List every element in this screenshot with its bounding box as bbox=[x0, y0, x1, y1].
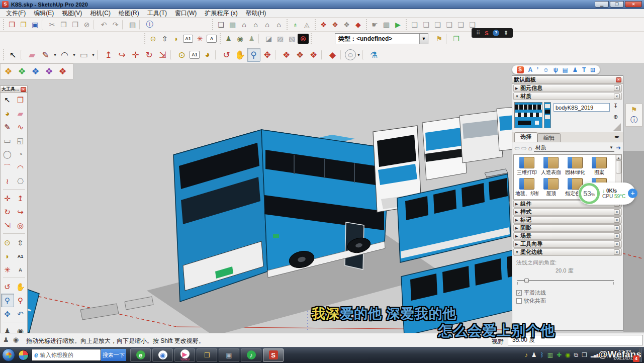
erase-button[interactable]: ⊘ bbox=[81, 19, 93, 30]
new-file-button[interactable]: ❒ bbox=[6, 19, 18, 30]
menu-item[interactable]: 帮助(H) bbox=[242, 9, 270, 18]
make-component-button[interactable]: ❒ bbox=[14, 93, 27, 107]
circle-button[interactable]: ◯ bbox=[1, 147, 14, 161]
zoom-window-button[interactable]: ⚲ bbox=[14, 294, 27, 307]
menu-item[interactable]: 视图(V) bbox=[58, 9, 86, 18]
expand-widget-button[interactable]: + bbox=[628, 189, 637, 198]
sketchup-logo-icon[interactable]: S bbox=[485, 30, 488, 36]
clipboard-icon[interactable]: ❒ bbox=[582, 351, 587, 358]
taskbar-app-circles-button[interactable]: ◉ bbox=[152, 348, 173, 362]
axes-button[interactable]: ✳ bbox=[1, 263, 14, 277]
section-close-button[interactable]: ✕ bbox=[614, 85, 620, 91]
section-entity-info[interactable]: ▶ 图元信息 ✕ bbox=[513, 84, 622, 92]
safety-icon[interactable]: ✚ bbox=[557, 351, 562, 358]
dropdown-caret-icon[interactable]: ▼ bbox=[419, 34, 428, 44]
rectangle-button[interactable]: ▭ bbox=[77, 48, 90, 62]
protractor-button[interactable]: ◗ bbox=[1, 249, 14, 263]
open-file-button[interactable]: ❐ bbox=[18, 19, 29, 30]
classification-type-dropdown[interactable]: 类型：<undefined> ▼ bbox=[335, 33, 428, 44]
outer-shell-button[interactable]: ❖ bbox=[2, 64, 15, 78]
cut-button[interactable]: ✂ bbox=[46, 19, 58, 30]
taskbar-360browser-button[interactable]: e bbox=[130, 348, 151, 362]
qq-tray-icon[interactable]: ♟ bbox=[531, 351, 537, 358]
menu-item[interactable]: 工具(T) bbox=[143, 9, 171, 18]
line-button[interactable]: ✎ bbox=[1, 120, 14, 134]
material-category-combobox[interactable]: 材质 ▼ bbox=[534, 144, 614, 152]
soften-coplanar-checkbox[interactable] bbox=[516, 298, 522, 304]
line-button[interactable]: ✎ bbox=[39, 48, 52, 62]
panel-section[interactable]: ▶ 样式 ✕ bbox=[513, 208, 622, 216]
angle-slider[interactable] bbox=[517, 278, 614, 283]
qq-music-tray-icon[interactable]: ♪ bbox=[525, 351, 528, 358]
curve-button[interactable]: ≀ bbox=[1, 174, 14, 188]
zoom-extents-button[interactable]: ✥ bbox=[1, 307, 14, 321]
text-button[interactable]: A1 bbox=[183, 35, 193, 43]
follow-me-button[interactable]: ↪ bbox=[14, 205, 27, 219]
model-info-button[interactable]: ⓘ bbox=[144, 19, 155, 30]
home-icon[interactable]: ⌂ bbox=[528, 144, 532, 152]
redo-button[interactable]: ↷ bbox=[110, 19, 121, 30]
select-button[interactable]: ↖ bbox=[6, 48, 20, 62]
front-view-button[interactable]: ⌂ bbox=[238, 19, 250, 30]
menu-item[interactable]: 文件(F) bbox=[2, 9, 30, 18]
panel-section[interactable]: ▶ 阴影 ✕ bbox=[513, 224, 622, 232]
top-view-button[interactable]: ▦ bbox=[227, 19, 238, 30]
extension-warehouse-button[interactable]: ◆ bbox=[352, 19, 364, 30]
fov-value-box[interactable]: 35.00 度 bbox=[508, 335, 643, 345]
share-component-button[interactable]: ❖ bbox=[341, 19, 352, 30]
bluetooth-icon[interactable]: ᛒ bbox=[540, 351, 543, 358]
previous-view-button[interactable]: ↶ bbox=[14, 307, 27, 321]
tab-select[interactable]: 选择 bbox=[514, 132, 537, 142]
credits-icon[interactable]: ◉ bbox=[13, 336, 19, 343]
model-info-icon[interactable]: ⓘ bbox=[630, 116, 637, 125]
nvidia-icon[interactable]: ◉ bbox=[565, 351, 570, 358]
menu-item[interactable]: 绘图(R) bbox=[115, 9, 143, 18]
dimensions-button[interactable]: ⇳ bbox=[159, 33, 170, 44]
tape-measure-button[interactable]: ⊙ bbox=[1, 236, 14, 249]
tape-measure-button[interactable]: ⊙ bbox=[175, 48, 189, 62]
panel-section[interactable]: ▶ 标记 ✕ bbox=[513, 216, 622, 224]
section-close-button[interactable]: ✕ bbox=[614, 209, 620, 215]
section-close-button[interactable]: ✕ bbox=[614, 225, 620, 231]
arc-button[interactable]: ⌒ bbox=[1, 161, 14, 174]
taskbar-explorer-button[interactable]: ❒ bbox=[197, 348, 217, 362]
zoom-extents-button[interactable]: ✥ bbox=[260, 48, 274, 62]
menu-item[interactable]: 窗口(W) bbox=[171, 9, 201, 18]
panel-section[interactable]: ▶ 工具向导 ✕ bbox=[513, 240, 622, 248]
section-close-button[interactable]: ✕ bbox=[614, 233, 620, 239]
search-button[interactable]: 搜索一下 bbox=[101, 349, 126, 361]
text-mode-icon[interactable]: A bbox=[528, 66, 532, 73]
pan-button[interactable]: ✋ bbox=[233, 48, 247, 62]
3d-text-button[interactable]: A bbox=[207, 35, 217, 43]
copy-button[interactable]: ❐ bbox=[58, 19, 69, 30]
text-button[interactable]: A1 bbox=[14, 249, 27, 263]
export-model-button[interactable]: ❖ bbox=[307, 48, 320, 62]
walk-button[interactable]: ♟ bbox=[246, 33, 257, 44]
material-folder[interactable]: 园林绿化 bbox=[563, 156, 587, 177]
protractor-button[interactable]: ◗ bbox=[170, 33, 182, 44]
back-arrow-icon[interactable]: ⇦ bbox=[514, 144, 520, 152]
material-folder[interactable]: 地毯、织物 bbox=[515, 177, 539, 198]
solid-trim-button[interactable]: ❖ bbox=[56, 64, 69, 78]
solid-union-button[interactable]: ❖ bbox=[29, 64, 42, 78]
get-models-button[interactable]: ❖ bbox=[280, 48, 293, 62]
two-point-arc-button[interactable]: ◠ bbox=[14, 161, 27, 174]
tab-edit[interactable]: 编辑 bbox=[537, 133, 561, 142]
print-button[interactable]: ▤ bbox=[127, 19, 138, 30]
add-location-button[interactable]: ♁ bbox=[290, 19, 301, 30]
zoom-button[interactable]: ⚲ bbox=[247, 48, 260, 62]
panel-close-button[interactable]: ✕ bbox=[616, 77, 621, 82]
move-button[interactable]: ✛ bbox=[1, 192, 14, 205]
taskbar-youku-button[interactable]: ▶ YOUKU bbox=[174, 348, 195, 362]
solid-intersect-button[interactable]: ❑ bbox=[420, 19, 432, 30]
material-folder[interactable]: 图案 bbox=[587, 156, 611, 177]
solid-outer-shell-button[interactable]: ❑ bbox=[409, 19, 420, 30]
scrollbar-thumb[interactable] bbox=[616, 160, 621, 173]
solid-subtract-button[interactable]: ❑ bbox=[443, 19, 455, 30]
look-around-button[interactable]: ◉ bbox=[234, 33, 246, 44]
material-mini-previews[interactable] bbox=[544, 102, 551, 128]
section-close-button[interactable]: ✕ bbox=[614, 217, 620, 223]
dropdown-caret[interactable]: ▾ bbox=[90, 48, 96, 62]
arc-button[interactable]: ◠ bbox=[58, 48, 71, 62]
eraser-button[interactable]: ▰ bbox=[14, 107, 27, 120]
